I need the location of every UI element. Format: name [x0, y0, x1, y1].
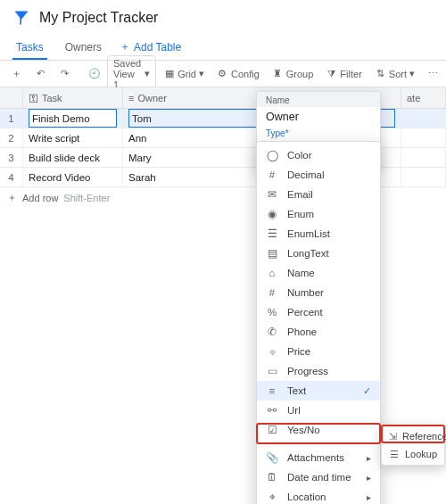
type-enum[interactable]: ◉Enum [257, 204, 380, 224]
mi-label: Decimal [287, 169, 325, 180]
mi-label: Color [287, 150, 311, 161]
type-longtext[interactable]: ▤LongText [257, 244, 380, 263]
panel-name-value[interactable]: Owner [257, 111, 380, 128]
calendar-icon: 🗓 [266, 472, 278, 483]
url-icon: ⚯ [266, 404, 278, 417]
mi-label: Phone [287, 326, 317, 337]
more-button[interactable]: ⋯ [422, 65, 444, 82]
toolbar: ＋ ↶ ↷ 🕘 Saved View 1 ▾ ▦ Grid ▾ ⚙ Config… [0, 61, 446, 87]
type-name[interactable]: ⌂Name [257, 263, 380, 283]
panel-name-label: Name [257, 92, 380, 107]
submenu-reference[interactable]: ⇲Reference [382, 427, 444, 445]
type-yesno[interactable]: ☑Yes/No [257, 420, 380, 440]
grid-button[interactable]: ▦ Grid ▾ [158, 65, 210, 82]
mi-label: Attachments [287, 452, 344, 463]
cell-task[interactable]: Build slide deck [23, 148, 123, 167]
cell-task[interactable]: Finish Demo [23, 109, 123, 128]
type-number[interactable]: #Number [257, 283, 380, 302]
si-label: Reference [402, 431, 446, 442]
cell-date[interactable] [401, 128, 446, 147]
type-location[interactable]: ⌖Location▸ [257, 487, 380, 504]
chevron-down-icon: ▾ [145, 68, 150, 79]
type-url[interactable]: ⚯Url [257, 401, 380, 420]
cell-owner-value: Mary [128, 153, 152, 163]
mi-label: Price [287, 346, 310, 357]
sort-icon: ⇅ [375, 68, 386, 79]
mi-label: Progress [287, 366, 328, 376]
cell-task[interactable]: Write script [23, 128, 123, 147]
redo-button[interactable]: ↷ [54, 65, 76, 82]
row-number: 2 [0, 128, 23, 147]
lookup-icon: ☰ [389, 449, 400, 460]
add-row-label: Add row [22, 193, 58, 203]
type-decimal[interactable]: #Decimal [257, 165, 380, 185]
attachment-icon: 📎 [266, 451, 278, 464]
type-datetime[interactable]: 🗓Date and time▸ [257, 467, 380, 487]
filter-label: Filter [340, 69, 361, 79]
add-row-button[interactable]: ＋ [5, 65, 28, 82]
panel-type-label: Type* [257, 128, 380, 140]
undo-icon: ↶ [35, 68, 46, 79]
view-label: Saved View 1 [113, 58, 141, 90]
reference-icon: ⇲ [389, 431, 397, 442]
text-icon: ≡ [266, 385, 278, 396]
cell-task[interactable]: Record Video [23, 168, 123, 186]
row-number: 4 [0, 168, 23, 186]
plus-icon: ＋ [7, 191, 17, 204]
filter-button[interactable]: ⧩ Filter [320, 65, 367, 82]
cell-task-value: Build slide deck [29, 153, 100, 163]
group-button[interactable]: ♜ Group [267, 65, 319, 82]
cell-date[interactable] [401, 148, 446, 167]
tab-tasks[interactable]: Tasks [5, 36, 54, 59]
page-title: My Project Tracker [39, 10, 158, 26]
tab-owners[interactable]: Owners [54, 36, 112, 59]
config-button[interactable]: ⚙ Config [211, 65, 265, 82]
type-text[interactable]: ≡Text [257, 381, 380, 401]
group-icon: ♜ [272, 68, 284, 79]
column-header-task[interactable]: ⚿ Task [23, 87, 123, 108]
grid-icon: ▦ [163, 68, 175, 79]
app-logo [12, 9, 30, 27]
yesno-icon: ☑ [266, 424, 278, 436]
type-percent[interactable]: %Percent [257, 302, 380, 322]
submenu-lookup[interactable]: ☰Lookup [382, 445, 444, 463]
clock-icon: 🕘 [88, 68, 100, 79]
cell-date[interactable] [401, 168, 446, 186]
cell-task-value: Record Video [29, 172, 90, 183]
sort-button[interactable]: ⇅ Sort ▾ [369, 65, 420, 82]
cell-owner-value: Sarah [128, 172, 156, 183]
type-email[interactable]: ✉Email [257, 185, 380, 204]
undo-button[interactable]: ↶ [29, 65, 52, 82]
type-phone[interactable]: ✆Phone [257, 322, 380, 342]
key-icon: ⚿ [29, 93, 38, 103]
type-progress[interactable]: ▭Progress [257, 361, 380, 381]
config-label: Config [231, 69, 260, 79]
mi-label: Enum [287, 209, 314, 219]
mi-label: Url [287, 405, 301, 416]
mi-label: Email [287, 189, 313, 200]
type-price[interactable]: ⟐Price [257, 342, 380, 361]
type-color[interactable]: ◯Color [257, 145, 380, 165]
longtext-icon: ▤ [266, 247, 278, 260]
column-date-label: ate [407, 93, 420, 103]
type-attachments[interactable]: 📎Attachments▸ [257, 448, 380, 467]
phone-icon: ✆ [266, 326, 278, 338]
mi-label: Yes/No [287, 425, 320, 435]
cell-task-value: Write script [29, 133, 79, 144]
mi-label: Number [287, 287, 324, 298]
text-icon: ≡ [128, 93, 134, 103]
grid-label: Grid [178, 69, 196, 79]
column-task-label: Task [42, 93, 62, 103]
filter-icon: ⧩ [326, 68, 337, 79]
column-header-date[interactable]: ate [401, 87, 446, 108]
color-icon: ◯ [266, 149, 278, 161]
mi-label: Location [287, 492, 326, 502]
si-label: Lookup [405, 449, 437, 459]
mi-label: EnumList [287, 228, 330, 239]
cell-date[interactable] [401, 109, 446, 128]
name-icon: ⌂ [266, 268, 278, 278]
row-number-header [0, 87, 23, 108]
type-enumlist[interactable]: ☰EnumList [257, 224, 380, 244]
add-row-hint: Shift-Enter [63, 193, 110, 203]
history-button[interactable]: 🕘 [83, 65, 105, 82]
